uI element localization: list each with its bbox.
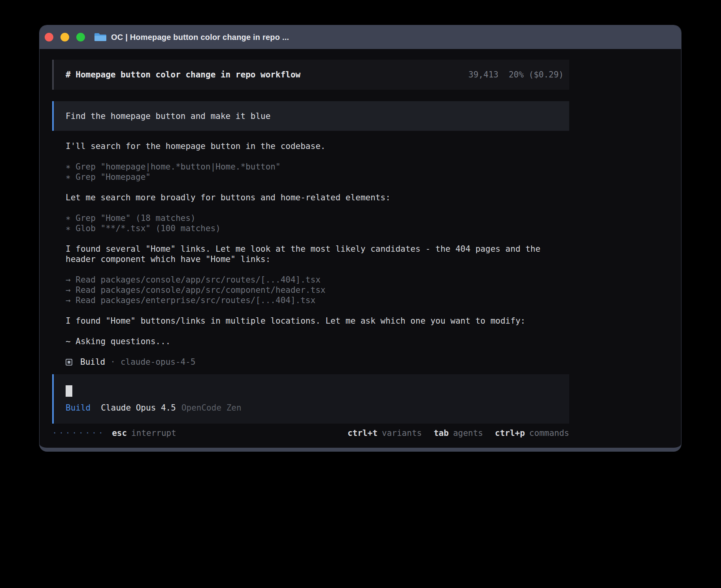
terminal-content: # Homepage button color change in repo w… [40,49,681,448]
status-bar: ········ esc interrupt ctrl+t variants t… [52,428,569,438]
assistant-transcript: I'll search for the homepage button in t… [52,141,569,367]
prompt-input[interactable]: Build Claude Opus 4.5 OpenCode Zen [52,374,569,424]
folder-icon [94,32,106,42]
agent-model: claude-opus-4-5 [121,357,196,367]
hint-label-interrupt: interrupt [131,428,176,438]
status-bar-right: ctrl+t variants tab agents ctrl+p comman… [347,428,569,438]
status-bar-left: ········ esc interrupt [52,428,176,438]
session-title: # Homepage button color change in repo w… [66,70,300,79]
assistant-paragraph: Let me search more broadly for buttons a… [66,192,569,203]
minimize-button[interactable] [60,33,69,41]
tool-call-group: ∗ Grep "homepage|home.*button|Home.*butt… [66,162,569,182]
hint-variants: ctrl+t variants [347,428,422,438]
user-message-text: Find the homepage button and make it blu… [66,111,270,121]
session-header: # Homepage button color change in repo w… [52,60,569,90]
titlebar: OC | Homepage button color change in rep… [40,25,681,49]
assistant-paragraph: I found several "Home" links. Let me loo… [66,244,569,264]
user-message: Find the homepage button and make it blu… [52,101,569,131]
agent-status-line: Build · claude-opus-4-5 [66,357,569,367]
input-agent-label: Build [66,403,91,413]
context-usage: 20% ($0.29) [509,70,564,79]
hint-key-ctrl-t: ctrl+t [347,428,377,438]
asking-questions-status: ~ Asking questions... [66,336,569,347]
input-meta: Build Claude Opus 4.5 OpenCode Zen [66,403,569,413]
zoom-button[interactable] [76,33,85,41]
tool-call-read: → Read packages/console/app/src/routes/[… [66,275,569,285]
input-provider-label: OpenCode Zen [181,403,242,413]
text-cursor [66,385,72,397]
tool-call-group: → Read packages/console/app/src/routes/[… [66,275,569,305]
terminal-window: OC | Homepage button color change in rep… [39,25,681,452]
traffic-lights [45,33,85,41]
agent-name: Build [80,357,105,367]
tool-call-read: → Read packages/console/app/src/componen… [66,285,569,295]
hint-label-variants: variants [382,428,422,438]
hint-key-tab: tab [434,428,449,438]
hint-key-ctrl-p: ctrl+p [495,428,525,438]
agent-build-icon [66,359,72,366]
tool-call-read: → Read packages/enterprise/src/routes/[.… [66,295,569,305]
spinner-dots: ········ [52,428,105,438]
assistant-paragraph: I'll search for the homepage button in t… [66,141,569,151]
token-count: 39,413 [468,70,498,79]
hint-commands: ctrl+p commands [495,428,569,438]
hint-label-commands: commands [529,428,569,438]
hint-interrupt: esc interrupt [112,428,176,438]
tool-call-grep: ∗ Grep "Homepage" [66,172,569,182]
agent-separator: · [110,357,115,367]
tool-call-grep: ∗ Grep "Home" (18 matches) [66,213,569,223]
tool-call-glob: ∗ Glob "**/*.tsx" (100 matches) [66,223,569,234]
window-title: OC | Homepage button color change in rep… [111,33,289,42]
assistant-paragraph: I found "Home" buttons/links in multiple… [66,316,569,326]
hint-agents: tab agents [434,428,483,438]
tool-call-grep: ∗ Grep "homepage|home.*button|Home.*butt… [66,162,569,172]
hint-key-esc: esc [112,428,127,438]
tool-call-group: ∗ Grep "Home" (18 matches) ∗ Glob "**/*.… [66,213,569,234]
input-model-label: Claude Opus 4.5 [101,403,176,413]
close-button[interactable] [45,33,53,41]
session-stats: 39,413 20% ($0.29) [468,70,564,79]
hint-label-agents: agents [453,428,483,438]
